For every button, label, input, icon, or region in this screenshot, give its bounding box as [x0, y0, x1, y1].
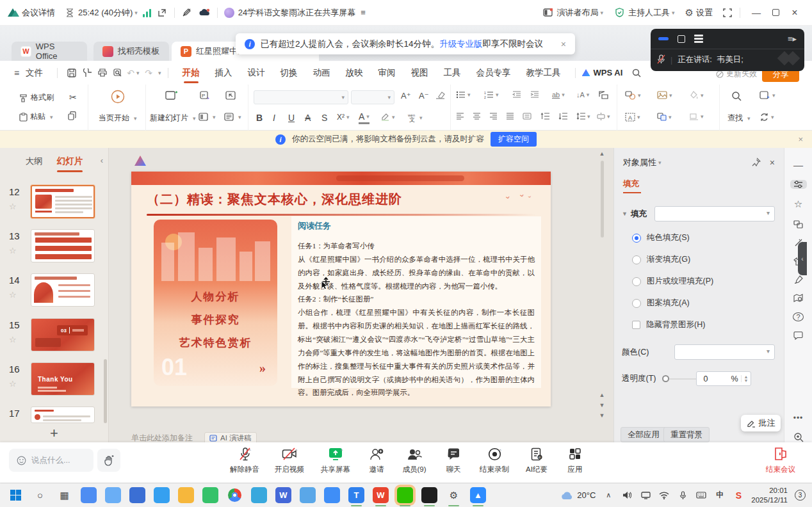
canvas-scrollbar[interactable]: [598, 161, 606, 372]
slide-thumb-14[interactable]: 14 ☆: [0, 273, 109, 309]
cut-icon[interactable]: ✂: [69, 92, 77, 102]
paragraph-spacing-button[interactable]: ▾: [597, 113, 610, 120]
copy-icon[interactable]: [68, 111, 76, 120]
chrome-icon[interactable]: [227, 487, 243, 503]
host-tools-chevron-icon[interactable]: ▾: [672, 10, 675, 16]
clock[interactable]: 20:01 2025/12/11: [751, 486, 788, 504]
start-from-page-button[interactable]: 当页开始▾: [99, 113, 137, 124]
option-solid-fill[interactable]: 纯色填充(S): [632, 232, 784, 243]
font-size-select[interactable]: ▾: [351, 90, 394, 104]
cloud-record-icon[interactable]: [199, 7, 211, 19]
add-slide-button[interactable]: +: [50, 425, 58, 442]
star-icon[interactable]: ☆: [9, 202, 17, 211]
star-icon[interactable]: ☆: [9, 290, 17, 300]
overlay-expand-icon[interactable]: ≡▸: [788, 34, 797, 44]
meeting-detail-button[interactable]: 会议详情: [22, 7, 55, 19]
stop-record-button[interactable]: ⌃ 结束录制: [474, 446, 515, 474]
members-button[interactable]: 成员(9): [394, 446, 435, 474]
app-folder-blue[interactable]: [105, 487, 121, 503]
shadow-button[interactable]: S: [321, 113, 327, 123]
task-view-icon[interactable]: ▦: [56, 487, 72, 503]
app-green-mail[interactable]: [202, 487, 218, 503]
reset-background-button[interactable]: 重置背景: [663, 427, 710, 442]
banner-close-icon[interactable]: ×: [561, 39, 566, 49]
notes-placeholder[interactable]: 单击此处添加备注: [131, 433, 193, 444]
spinner-icons[interactable]: ▲▼: [741, 375, 749, 382]
cloud-notice-close-icon[interactable]: ×: [798, 134, 803, 144]
new-slide-icon[interactable]: [165, 90, 178, 101]
touch-keyboard-icon[interactable]: [695, 490, 707, 501]
slide-text-block[interactable]: 阅读任务 任务1：为革命者写小传 从《红星照耀中国》一书介绍的众多革命者中选择一…: [291, 216, 541, 388]
wps-assistant-icon[interactable]: [134, 156, 146, 166]
weather-widget[interactable]: 20°C: [561, 490, 596, 500]
convert-smartart-icon[interactable]: [598, 91, 608, 99]
wps-ai-button[interactable]: WPS AI: [582, 68, 623, 77]
app-uc-browser[interactable]: [154, 487, 170, 503]
find-icon[interactable]: [731, 91, 742, 101]
star-icon[interactable]: ☆: [9, 379, 17, 389]
output-icon[interactable]: [79, 65, 95, 81]
fullscreen-icon[interactable]: [722, 7, 733, 19]
section-caret-icon[interactable]: ▼: [622, 211, 628, 217]
start-button[interactable]: [8, 487, 24, 503]
app-blue-square[interactable]: [129, 487, 145, 503]
prev-slide-icon[interactable]: ▲: [598, 392, 606, 398]
option-pattern-fill[interactable]: 图案填充(A): [632, 298, 784, 309]
annotation-disabled-icon[interactable]: [181, 7, 193, 19]
panel-close-icon[interactable]: ×: [770, 157, 775, 168]
slide-thumb-16[interactable]: 16 ☆ Thank You: [0, 362, 109, 398]
pin-icon[interactable]: [752, 157, 761, 168]
ai-minutes-button[interactable]: o AI纪要: [516, 446, 557, 474]
overlay-minimize-icon[interactable]: [658, 37, 669, 40]
meeting-duration[interactable]: 25:42 (40分钟): [78, 7, 133, 19]
fill-preset-select[interactable]: [654, 206, 775, 221]
sharing-menu-icon[interactable]: ≡: [361, 8, 366, 17]
align-right-icon[interactable]: [489, 113, 498, 120]
menu-tools[interactable]: 工具: [436, 62, 469, 84]
menu-slideshow[interactable]: 放映: [338, 62, 371, 84]
menu-home[interactable]: 开始: [175, 62, 207, 84]
duration-chevron-icon[interactable]: ▾: [134, 10, 138, 16]
print-preview-icon[interactable]: [110, 65, 126, 81]
shapes-button[interactable]: ▾: [625, 91, 641, 100]
align-left-icon[interactable]: [456, 113, 464, 120]
reset-slide-icon[interactable]: [225, 91, 236, 100]
sogou-icon[interactable]: S: [733, 490, 744, 501]
underline-button[interactable]: U: [288, 113, 295, 123]
mic-tray-icon[interactable]: [677, 490, 688, 501]
slide-title[interactable]: （二）精读：聚焦文本核心，深化思维进阶: [147, 191, 402, 208]
bullets-button[interactable]: ▾: [456, 91, 471, 99]
option-hide-background[interactable]: 隐藏背景图形(H): [632, 319, 784, 330]
close-button[interactable]: ×: [785, 4, 804, 21]
minimize-button[interactable]: —: [747, 4, 766, 21]
find-button[interactable]: 查找▾: [727, 113, 751, 124]
slide-thumb-12[interactable]: 12 ☆: [0, 185, 109, 221]
apply-all-button[interactable]: 全部应用: [621, 427, 667, 442]
help-icon[interactable]: ?: [793, 312, 804, 321]
star-icon[interactable]: ☆: [9, 335, 17, 344]
settings-gear-icon[interactable]: ⚙: [446, 487, 462, 503]
app-browser-blue[interactable]: [81, 487, 97, 503]
fill-color-button[interactable]: ▾: [689, 91, 704, 99]
ime-indicator[interactable]: 中: [714, 490, 726, 501]
line-spacing-down-icon[interactable]: [558, 113, 567, 120]
justify-icon[interactable]: [506, 113, 514, 120]
end-meeting-button[interactable]: 结束会议: [758, 446, 803, 474]
ink-brush-icon[interactable]: [790, 275, 807, 284]
zoom-plus-icon[interactable]: [790, 432, 807, 442]
slide-thumb-17[interactable]: 17: [0, 406, 109, 424]
more-dots-icon[interactable]: •••: [790, 414, 807, 422]
tencent-docs-icon[interactable]: T: [348, 487, 364, 503]
collapse-panel-icon[interactable]: ‹: [101, 156, 103, 165]
feedback-bubble-icon[interactable]: [790, 331, 807, 340]
collapse-strip-icon[interactable]: —: [790, 159, 807, 170]
slide-master-dropdown[interactable]: ▾: [224, 113, 241, 121]
opacity-slider-knob[interactable]: [662, 375, 669, 382]
panel-scrollbar[interactable]: [104, 359, 107, 423]
radio-selected-icon[interactable]: [632, 234, 641, 243]
opacity-value-box[interactable]: 0 % ▲▼: [696, 371, 751, 386]
undo-icon[interactable]: ↶▾: [126, 65, 141, 81]
option-picture-fill[interactable]: 图片或纹理填充(P): [632, 276, 784, 287]
expand-space-button[interactable]: 扩容空间: [491, 132, 537, 147]
collapse-sidebar-tab[interactable]: ‹: [798, 242, 807, 275]
